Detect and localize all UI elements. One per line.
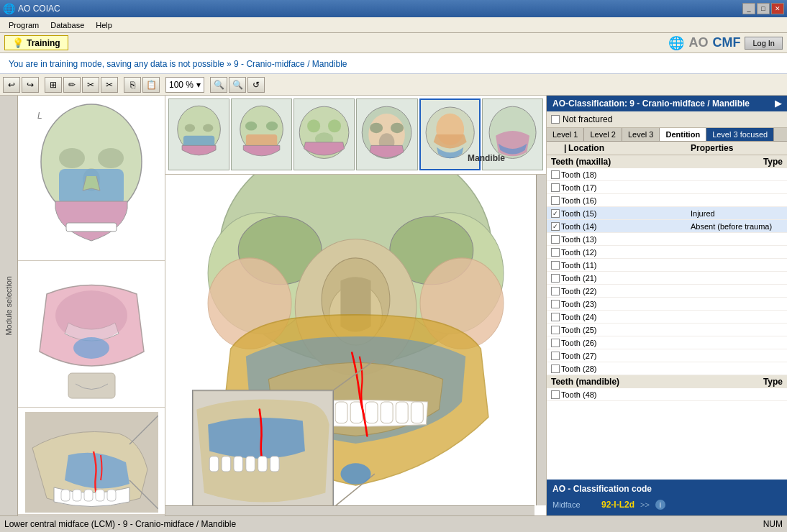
menu-program[interactable]: Program bbox=[3, 19, 45, 31]
cb-26[interactable] bbox=[551, 339, 560, 347]
svg-point-20 bbox=[203, 124, 213, 132]
menubar: Program Database Help bbox=[0, 17, 787, 33]
svg-point-7 bbox=[55, 290, 127, 341]
aocmf-logo: 🌐 AO CMF Log In bbox=[668, 35, 783, 51]
undo-button[interactable]: ↩ bbox=[3, 77, 20, 93]
tab-level3[interactable]: Level 3 bbox=[622, 128, 660, 141]
tool4[interactable]: ✂ bbox=[101, 77, 118, 93]
cb-24[interactable] bbox=[551, 313, 560, 321]
svg-rect-11 bbox=[61, 490, 70, 501]
tooth-row-17[interactable]: Tooth (17) bbox=[547, 181, 787, 194]
login-button[interactable]: Log In bbox=[745, 37, 783, 50]
cb-23[interactable] bbox=[551, 300, 560, 308]
cb-27[interactable] bbox=[551, 352, 560, 360]
tooth-14-prop: Absent (before trauma) bbox=[691, 222, 784, 231]
tooth-18-label: Tooth (18) bbox=[561, 170, 691, 179]
center-hscroll[interactable] bbox=[165, 505, 534, 515]
zoom-out-button[interactable]: 🔍 bbox=[229, 77, 246, 93]
svg-point-23 bbox=[245, 121, 257, 131]
tooth-row-12[interactable]: Tooth (12) bbox=[547, 246, 787, 259]
tab-level1[interactable]: Level 1 bbox=[547, 128, 584, 141]
tooth-row-21[interactable]: Tooth (21) bbox=[547, 272, 787, 285]
tooth-list: Teeth (maxilla) Type Tooth (18) Tooth (1… bbox=[547, 155, 787, 480]
zoom-value: 100 % bbox=[169, 80, 194, 90]
svg-point-19 bbox=[185, 124, 195, 132]
thumbnail-3[interactable] bbox=[294, 98, 355, 170]
tooth-row-15[interactable]: ✓ Tooth (15) Injured bbox=[547, 207, 787, 220]
cb-15[interactable]: ✓ bbox=[551, 209, 560, 218]
cb-14[interactable]: ✓ bbox=[551, 222, 560, 231]
thumbnail-1[interactable] bbox=[168, 98, 229, 170]
ao-code-section: AO - Classification code Midface 92-I-L2… bbox=[547, 480, 787, 515]
svg-rect-60 bbox=[209, 457, 219, 472]
cb-22[interactable] bbox=[551, 287, 560, 295]
maximize-button[interactable]: □ bbox=[757, 3, 770, 14]
tooth-27-label: Tooth (27) bbox=[561, 352, 691, 360]
tooth-row-48[interactable]: Tooth (48) bbox=[547, 388, 787, 401]
cb-48[interactable] bbox=[551, 390, 560, 399]
thumbnail-4[interactable] bbox=[356, 98, 417, 170]
training-badge: 💡 Training bbox=[4, 35, 68, 50]
tooth-row-28[interactable]: Tooth (28) bbox=[547, 362, 787, 375]
zoom-dropdown-icon[interactable]: ▾ bbox=[196, 80, 201, 90]
tooth-row-16[interactable]: Tooth (16) bbox=[547, 194, 787, 207]
main-anatomy-svg bbox=[165, 175, 546, 515]
svg-rect-61 bbox=[222, 457, 231, 472]
tooth-row-18[interactable]: Tooth (18) bbox=[547, 168, 787, 181]
thumbnail-2[interactable] bbox=[231, 98, 292, 170]
tab-level2[interactable]: Level 2 bbox=[584, 128, 622, 141]
center-vscroll[interactable] bbox=[536, 175, 546, 505]
trainingbar: 💡 Training 🌐 AO CMF Log In bbox=[0, 33, 787, 53]
redo-button[interactable]: ↪ bbox=[22, 77, 39, 93]
titlebar-buttons: _ □ ✕ bbox=[742, 3, 784, 14]
refresh-button[interactable]: ↺ bbox=[247, 77, 265, 93]
zoom-in-button[interactable]: 🔍 bbox=[210, 77, 227, 93]
cb-12[interactable] bbox=[551, 248, 560, 257]
tooth-row-24[interactable]: Tooth (24) bbox=[547, 311, 787, 324]
tooth-11-label: Tooth (11) bbox=[561, 261, 691, 270]
tooth-row-27[interactable]: Tooth (27) bbox=[547, 349, 787, 362]
skull-jaw-view[interactable] bbox=[18, 264, 165, 408]
tooth-row-11[interactable]: Tooth (11) bbox=[547, 259, 787, 272]
tab-dentition[interactable]: Dentition bbox=[660, 128, 706, 141]
main-content: Module selection L bbox=[0, 96, 787, 515]
not-fractured-checkbox[interactable] bbox=[551, 115, 560, 124]
cb-13[interactable] bbox=[551, 235, 560, 244]
select-tool[interactable]: ⊞ bbox=[45, 77, 62, 93]
copy-tool[interactable]: ⎘ bbox=[124, 77, 141, 93]
cb-11[interactable] bbox=[551, 261, 560, 270]
svg-point-28 bbox=[328, 119, 341, 132]
cb-16[interactable] bbox=[551, 196, 560, 205]
tooth-16-label: Tooth (16) bbox=[561, 196, 691, 205]
tooth-row-23[interactable]: Tooth (23) bbox=[547, 298, 787, 311]
statusbar: Lower central midface (LCM) - 9 - Cranio… bbox=[0, 515, 787, 531]
tooth-row-22[interactable]: Tooth (22) bbox=[547, 285, 787, 298]
center-panel[interactable]: Mandible bbox=[165, 96, 546, 515]
cb-18[interactable] bbox=[551, 170, 560, 179]
tooth-row-25[interactable]: Tooth (25) bbox=[547, 324, 787, 336]
tooth-row-14[interactable]: ✓ Tooth (14) Absent (before trauma) bbox=[547, 220, 787, 233]
bulb-icon: 💡 bbox=[12, 37, 24, 48]
main-image[interactable] bbox=[165, 175, 546, 515]
cb-25[interactable] bbox=[551, 326, 560, 334]
svg-point-32 bbox=[370, 123, 383, 133]
tab-level3-focused[interactable]: Level 3 focused bbox=[706, 128, 774, 141]
cb-17[interactable] bbox=[551, 183, 560, 192]
svg-rect-5 bbox=[66, 223, 117, 231]
draw-tool[interactable]: ✏ bbox=[63, 77, 81, 93]
cb-21[interactable] bbox=[551, 274, 560, 283]
menu-help[interactable]: Help bbox=[90, 19, 118, 31]
minimize-button[interactable]: _ bbox=[742, 3, 755, 14]
col-location: Location bbox=[568, 143, 691, 153]
paste-tool[interactable]: 📋 bbox=[142, 77, 160, 93]
close-button[interactable]: ✕ bbox=[771, 3, 784, 14]
cut-tool[interactable]: ✂ bbox=[82, 77, 99, 93]
menu-database[interactable]: Database bbox=[45, 19, 90, 31]
skull-front-view[interactable]: L bbox=[18, 96, 165, 261]
tooth-row-26[interactable]: Tooth (26) bbox=[547, 336, 787, 349]
tooth-row-13[interactable]: Tooth (13) bbox=[547, 233, 787, 246]
right-header-arrow: ▶ bbox=[775, 98, 781, 109]
ao-info-icon[interactable]: i bbox=[655, 500, 665, 510]
skull-detail-view[interactable] bbox=[18, 411, 165, 515]
cb-28[interactable] bbox=[551, 364, 560, 373]
